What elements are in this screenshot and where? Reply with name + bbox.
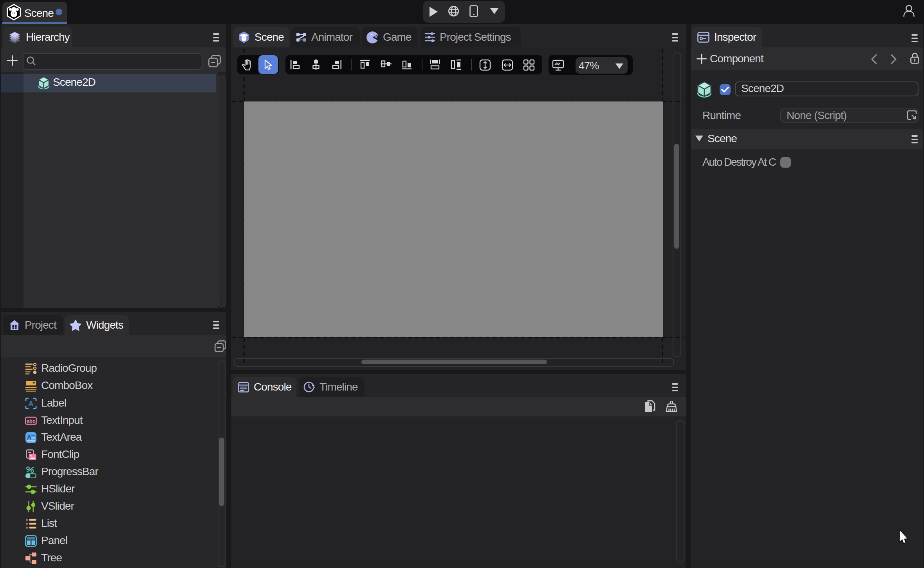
svg-text:A: A — [27, 434, 32, 441]
svg-text:A: A — [28, 400, 34, 408]
svg-text:abc: abc — [27, 418, 35, 424]
